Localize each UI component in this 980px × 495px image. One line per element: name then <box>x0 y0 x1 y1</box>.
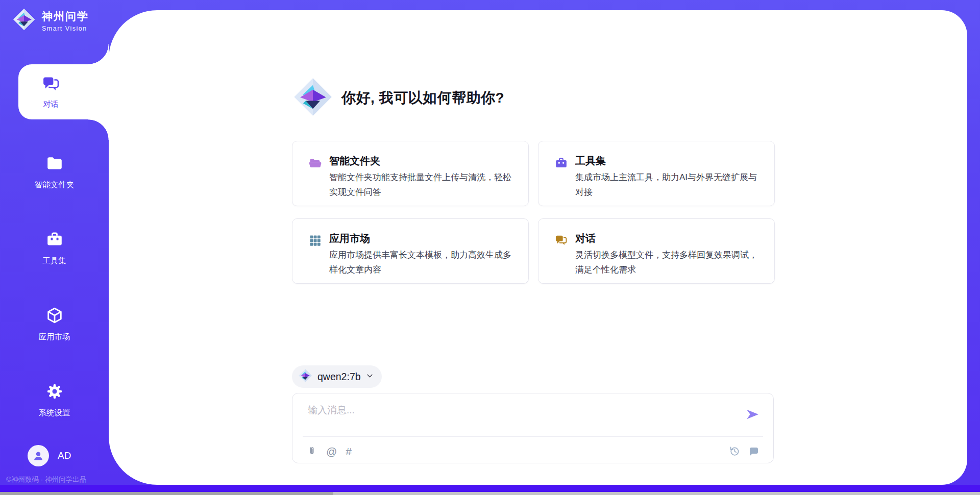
card-smart-folder[interactable]: 智能文件夹 智能文件夹功能支持批量文件上传与清洗，轻松实现文件问答 <box>292 141 529 206</box>
copyright-footer: ©神州数码 · 神州问学出品 <box>6 475 86 484</box>
card-description: 集成市场上主流工具，助力AI与外界无缝扩展与对接 <box>575 170 763 200</box>
send-icon[interactable] <box>745 407 760 422</box>
card-chat[interactable]: 对话 灵活切换多模型文件，支持多样回复效果调试，满足个性化需求 <box>538 218 775 284</box>
model-selector[interactable]: qwen2:7b <box>292 365 382 388</box>
sidebar-item-label: 对话 <box>43 100 59 109</box>
folder-icon <box>45 154 64 175</box>
message-input[interactable] <box>307 403 746 432</box>
composer-divider <box>303 436 763 437</box>
sidebar-item-smart-folder[interactable]: 智能文件夹 <box>35 154 75 190</box>
sidebar-item-toolset[interactable]: 工具集 <box>42 230 66 266</box>
brand-subtitle: Smart Vision <box>42 25 89 32</box>
card-title: 对话 <box>575 232 596 245</box>
cube-icon <box>45 306 64 327</box>
sidebar-item-label: 工具集 <box>42 256 66 266</box>
greeting-title: 你好, 我可以如何帮助你? <box>341 88 504 108</box>
gear-icon <box>45 382 64 403</box>
brand-diamond-icon <box>12 8 36 33</box>
card-description: 应用市场提供丰富长文本模板，助力高效生成多样化文章内容 <box>329 247 517 277</box>
topic-hash-icon[interactable]: # <box>346 446 352 457</box>
chat-duo-icon <box>41 75 61 96</box>
history-icon[interactable] <box>728 445 741 457</box>
composer-toolbar: @ # <box>306 442 760 460</box>
attachment-icon[interactable] <box>306 445 317 457</box>
model-name: qwen2:7b <box>317 371 361 383</box>
assistant-diamond-icon <box>292 77 333 119</box>
sidebar-item-label: 系统设置 <box>39 408 70 418</box>
toolbox-icon <box>554 156 568 172</box>
avatar <box>28 445 49 466</box>
tab-flare-bottom <box>88 119 109 140</box>
screen-edge-bar <box>0 492 980 495</box>
message-composer: @ # <box>292 393 774 463</box>
sidebar-item-chat[interactable]: 对话 <box>18 64 109 119</box>
card-toolset[interactable]: 工具集 集成市场上主流工具，助力AI与外界无缝扩展与对接 <box>538 141 775 206</box>
brand-name: 神州问学 <box>42 9 89 23</box>
grid-icon <box>308 234 322 250</box>
toolbox-icon <box>45 230 64 251</box>
card-title: 工具集 <box>575 154 606 168</box>
folder-open-icon <box>308 156 322 172</box>
user-account[interactable]: AD <box>28 445 71 466</box>
sidebar-item-settings[interactable]: 系统设置 <box>39 382 70 418</box>
card-description: 灵活切换多模型文件，支持多样回复效果调试，满足个性化需求 <box>575 247 763 277</box>
card-title: 应用市场 <box>329 232 370 245</box>
chevron-down-icon <box>366 372 374 382</box>
card-title: 智能文件夹 <box>329 154 380 168</box>
sidebar-item-app-market[interactable]: 应用市场 <box>39 306 70 342</box>
card-app-market[interactable]: 应用市场 应用市场提供丰富长文本模板，助力高效生成多样化文章内容 <box>292 218 529 284</box>
sidebar-item-label: 智能文件夹 <box>35 180 75 190</box>
chat-duo-icon <box>554 234 568 250</box>
feature-cards: 智能文件夹 智能文件夹功能支持批量文件上传与清洗，轻松实现文件问答 工具集 集成… <box>292 141 776 284</box>
tab-flare-top <box>88 44 109 64</box>
sidebar-item-label: 应用市场 <box>39 332 70 342</box>
sidebar-nav: 智能文件夹 工具集 应用市场 <box>0 154 109 458</box>
user-initials: AD <box>58 450 71 461</box>
card-description: 智能文件夹功能支持批量文件上传与清洗，轻松实现文件问答 <box>329 170 517 200</box>
model-diamond-icon <box>298 368 312 385</box>
bottom-accent-strip <box>0 485 980 492</box>
conversation-bubble-icon[interactable] <box>748 445 760 457</box>
mention-icon[interactable]: @ <box>326 446 337 457</box>
app-logo: 神州问学 Smart Vision <box>12 8 89 33</box>
greeting: 你好, 我可以如何帮助你? <box>292 77 504 119</box>
